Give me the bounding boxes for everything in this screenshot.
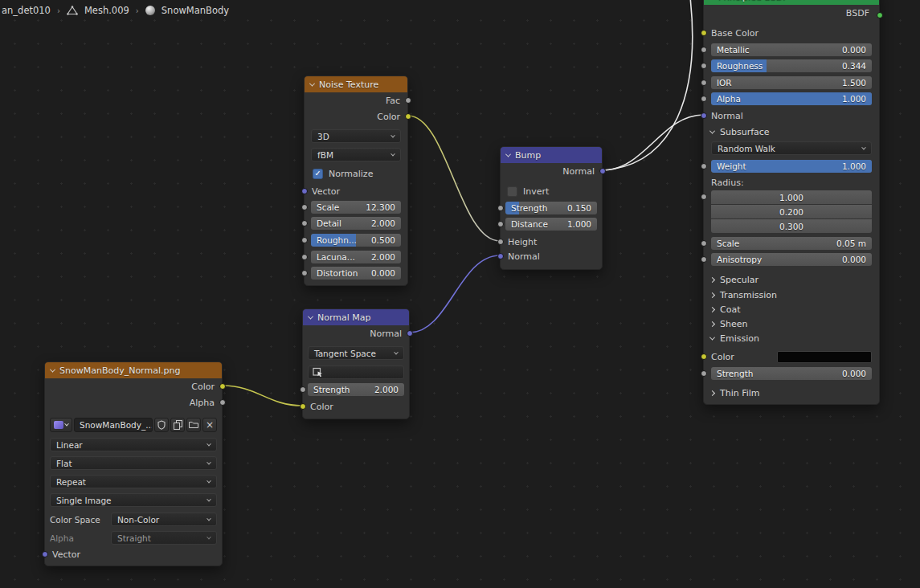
roughness-slider[interactable]: Roughn... 0.500 (311, 234, 401, 247)
node-header[interactable]: Noise Texture (305, 76, 407, 92)
bsdf-output-socket[interactable] (877, 12, 883, 18)
copy-image-button[interactable] (170, 418, 185, 432)
roughness-slider[interactable]: Roughness 0.344 (711, 59, 872, 72)
alpha-input-socket[interactable] (701, 96, 707, 102)
slider-label: Lacuna... (317, 252, 355, 262)
roughness-input-socket[interactable] (701, 63, 707, 69)
color-space-dropdown[interactable]: Non-Color (111, 512, 217, 526)
node-image-texture[interactable]: SnowManBody_Normal.png Color Alpha SnowM… (44, 361, 223, 566)
breadcrumb-separator: › (57, 6, 60, 15)
scale-input-socket[interactable] (301, 204, 308, 210)
ior-input-socket[interactable] (701, 80, 707, 86)
detail-input-socket[interactable] (301, 220, 308, 227)
subsurface-scale-slider[interactable]: Scale 0.05 m (711, 237, 872, 250)
lacunarity-slider[interactable]: Lacuna... 2.000 (311, 251, 401, 263)
normal-input-socket[interactable] (497, 253, 504, 259)
normal-output-socket[interactable] (407, 330, 413, 337)
roughness-input-socket[interactable] (301, 237, 308, 243)
normal-input-socket[interactable] (701, 112, 707, 119)
metallic-input-socket[interactable] (701, 47, 707, 53)
link-bump-normal-offscreen[interactable] (603, 0, 693, 170)
strength-slider[interactable]: Strength 2.000 (308, 383, 404, 396)
vector-input-socket[interactable] (42, 551, 48, 557)
node-principled-bsdf[interactable]: Principled BSDF BSDF Base Color Metallic… (703, 0, 880, 405)
radius-x-field[interactable]: 1.000 (711, 190, 872, 204)
distance-input-socket[interactable] (497, 221, 504, 227)
color-input-socket[interactable] (300, 403, 306, 410)
alpha-mode-dropdown[interactable]: Straight (111, 531, 217, 545)
section-emission[interactable]: Emission (704, 331, 879, 345)
image-name-field[interactable]: SnowManBody_... (74, 418, 153, 432)
shader-node-editor[interactable]: an_det010 › Mesh.009 › SnowManBody Noise… (0, 0, 920, 588)
chevron-down-icon (709, 334, 715, 340)
section-thin-film[interactable]: Thin Film (704, 386, 879, 400)
ior-slider[interactable]: IOR 1.500 (711, 76, 872, 89)
weight-input-socket[interactable] (701, 163, 707, 169)
section-coat[interactable]: Coat (704, 302, 879, 316)
scale-input-socket[interactable] (701, 240, 707, 247)
link-image-color-to-normalmap[interactable] (223, 386, 302, 406)
node-normal-map[interactable]: Normal Map Normal Tangent Space Strength… (302, 308, 410, 419)
metallic-slider[interactable]: Metallic 0.000 (711, 43, 872, 56)
noise-type-dropdown[interactable]: fBM (311, 148, 401, 161)
strength-input-socket[interactable] (497, 205, 504, 211)
anisotropy-input-socket[interactable] (701, 256, 707, 263)
source-dropdown[interactable]: Single Image (50, 493, 217, 507)
emission-strength-slider[interactable]: Strength 0.000 (711, 367, 872, 380)
uv-map-field[interactable] (308, 365, 404, 379)
subsurface-method-dropdown[interactable]: Random Walk (711, 141, 872, 155)
emission-color-swatch[interactable] (777, 351, 872, 363)
lacunarity-input-socket[interactable] (301, 254, 308, 260)
projection-dropdown[interactable]: Flat (50, 456, 217, 470)
strength-input-socket[interactable] (300, 386, 306, 393)
collapse-chevron-icon (505, 151, 511, 157)
color-output-socket[interactable] (219, 383, 226, 390)
distortion-input-socket[interactable] (301, 270, 308, 276)
node-header[interactable]: SnowManBody_Normal.png (45, 362, 222, 378)
color-output-socket[interactable] (405, 113, 411, 120)
extension-dropdown[interactable]: Repeat (50, 475, 217, 488)
fake-user-button[interactable] (154, 418, 169, 432)
normal-output-socket[interactable] (599, 168, 606, 174)
weight-slider[interactable]: Weight 1.000 (711, 160, 872, 173)
distance-slider[interactable]: Distance 1.000 (505, 218, 597, 231)
normalize-checkbox[interactable]: ✓ (313, 169, 323, 179)
section-subsurface[interactable]: Subsurface (704, 125, 879, 139)
browse-image-button[interactable] (50, 418, 72, 432)
section-transmission[interactable]: Transmission (704, 288, 879, 302)
detail-slider[interactable]: Detail 2.000 (311, 217, 401, 230)
emission-strength-input-socket[interactable] (701, 370, 707, 377)
node-header[interactable]: Bump (501, 147, 602, 163)
node-bump[interactable]: Bump Normal Invert Strength 0.150 Distan… (500, 146, 603, 270)
alpha-output-socket[interactable] (219, 399, 226, 406)
dropdown-value: Single Image (56, 496, 112, 505)
distortion-slider[interactable]: Distortion 0.000 (311, 267, 401, 280)
scale-slider[interactable]: Scale 12.300 (311, 201, 401, 214)
strength-slider[interactable]: Strength 0.150 (505, 202, 597, 214)
invert-checkbox[interactable] (507, 186, 517, 197)
fac-output-socket[interactable] (405, 97, 411, 104)
emission-color-input-socket[interactable] (701, 353, 707, 360)
link-normalmap-to-bump-normal[interactable] (410, 255, 500, 333)
radius-z-field[interactable]: 0.300 (711, 219, 872, 233)
open-image-button[interactable] (186, 418, 201, 432)
node-title: Bump (515, 150, 541, 161)
dropdown-value: Flat (56, 459, 72, 468)
height-input-socket[interactable] (497, 239, 504, 245)
base-color-input-socket[interactable] (701, 30, 707, 36)
link-noise-color-to-bump-height[interactable] (408, 116, 500, 241)
interpolation-dropdown[interactable]: Linear (50, 438, 217, 451)
node-noise-texture[interactable]: Noise Texture Fac Color 3D fBM ✓ Normali… (304, 76, 408, 286)
radius-y-field[interactable]: 0.200 (711, 205, 872, 218)
alpha-slider[interactable]: Alpha 1.000 (711, 92, 872, 105)
section-specular[interactable]: Specular (704, 272, 879, 287)
space-dropdown[interactable]: Tangent Space (308, 346, 404, 360)
dimensions-dropdown[interactable]: 3D (311, 129, 401, 143)
unlink-image-button[interactable]: × (202, 418, 217, 432)
node-header[interactable]: Normal Map (303, 309, 409, 325)
section-sheen[interactable]: Sheen (704, 316, 879, 331)
radius-input-socket[interactable] (701, 194, 707, 200)
link-bump-to-principled-normal[interactable] (603, 115, 703, 170)
vector-input-socket[interactable] (301, 188, 308, 194)
anisotropy-slider[interactable]: Anisotropy 0.000 (711, 253, 872, 266)
